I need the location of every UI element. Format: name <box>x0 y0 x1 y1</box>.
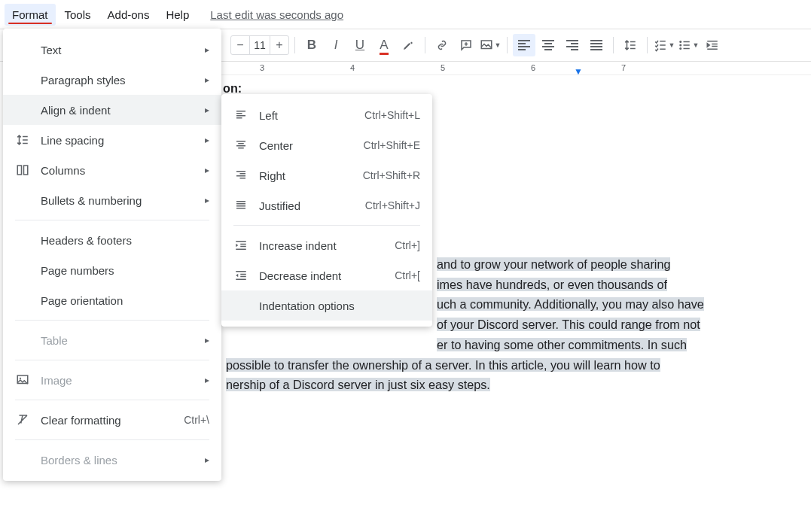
menu-label: Paragraph styles <box>41 74 194 87</box>
ruler-tick: 4 <box>350 63 355 72</box>
indent-inc-icon <box>233 239 248 252</box>
indent-dec-icon <box>233 269 248 282</box>
add-comment-button[interactable] <box>455 34 477 56</box>
align-right-icon <box>233 169 248 182</box>
menu-label: Right <box>259 169 352 182</box>
ruler-tick: 5 <box>441 63 445 72</box>
insert-link-button[interactable] <box>431 34 453 56</box>
highlight-button[interactable] <box>397 34 419 56</box>
menu-label: Text <box>41 44 194 56</box>
submenu-arrow-icon: ▸ <box>205 44 209 55</box>
format-item-paragraph-styles[interactable]: Paragraph styles▸ <box>3 65 221 95</box>
align-indent-submenu: LeftCtrl+Shift+LCenterCtrl+Shift+ERightC… <box>221 94 432 327</box>
font-size-stepper[interactable]: − + <box>230 35 289 55</box>
svg-rect-5 <box>24 166 28 175</box>
underline-button[interactable]: U <box>349 34 371 56</box>
submenu-arrow-icon: ▸ <box>205 375 209 385</box>
align-justify-button[interactable] <box>585 34 608 56</box>
menu-label: Page orientation <box>41 294 209 307</box>
align-justify-icon <box>590 40 602 50</box>
align-right-button[interactable] <box>561 34 584 56</box>
align-item-increase-indent[interactable]: Increase indentCtrl+] <box>221 230 432 260</box>
shortcut: Ctrl+Shift+J <box>365 199 420 211</box>
align-item-left[interactable]: LeftCtrl+Shift+L <box>221 100 432 130</box>
shortcut: Ctrl+Shift+R <box>363 169 420 181</box>
format-item-bullets-numbering[interactable]: Bullets & numbering▸ <box>3 185 221 215</box>
menu-label: Page numbers <box>41 264 209 277</box>
menu-label: Increase indent <box>259 239 384 252</box>
menu-label: Columns <box>41 164 194 177</box>
last-edit-link[interactable]: Last edit was seconds ago <box>210 8 343 21</box>
ruler-tick: 7 <box>621 63 626 72</box>
menu-label: Justified <box>259 199 355 212</box>
svg-point-1 <box>679 41 681 43</box>
checklist-button[interactable]: ▼ <box>653 34 675 56</box>
menu-help[interactable]: Help <box>158 4 197 26</box>
submenu-arrow-icon: ▸ <box>205 74 209 85</box>
text-color-button[interactable]: A <box>373 34 395 56</box>
format-squiggle <box>8 23 52 24</box>
font-size-input[interactable] <box>249 36 270 54</box>
format-item-headers-footers[interactable]: Headers & footers <box>3 225 221 255</box>
menubar: Format Tools Add-ons Help Last edit was … <box>0 0 811 29</box>
svg-point-3 <box>679 47 681 50</box>
align-item-indentation-options[interactable]: Indentation options <box>221 290 432 321</box>
menu-label: Indentation options <box>259 299 420 312</box>
menu-addons[interactable]: Add-ons <box>100 4 157 26</box>
format-dropdown: Text▸Paragraph styles▸Align & indent▸Lin… <box>3 29 221 481</box>
ruler-tick: 6 <box>531 63 535 72</box>
format-item-page-numbers[interactable]: Page numbers <box>3 255 221 285</box>
shortcut: Ctrl+] <box>395 239 420 251</box>
menu-tools[interactable]: Tools <box>57 4 99 26</box>
indent-dec-icon <box>706 38 719 52</box>
align-item-center[interactable]: CenterCtrl+Shift+E <box>221 130 432 160</box>
align-left-icon <box>233 108 248 122</box>
bold-button[interactable]: B <box>300 34 323 56</box>
indent-marker[interactable]: ▼ <box>574 66 583 77</box>
doc-line: uch a community. Additionally, you may a… <box>437 297 704 311</box>
font-size-increase[interactable]: + <box>270 38 288 52</box>
align-center-button[interactable] <box>537 34 559 56</box>
align-item-decrease-indent[interactable]: Decrease indentCtrl+[ <box>221 260 432 290</box>
align-center-icon <box>233 138 248 152</box>
doc-line: and to grow your network of people shari… <box>437 257 670 271</box>
format-item-page-orientation[interactable]: Page orientation <box>3 285 221 315</box>
align-left-button[interactable] <box>513 34 535 56</box>
svg-point-7 <box>20 378 21 379</box>
menu-label: Table <box>41 334 194 347</box>
columns-icon <box>15 163 30 177</box>
decrease-indent-toolbar[interactable] <box>701 34 724 56</box>
menu-label: Align & indent <box>41 104 194 117</box>
align-item-right[interactable]: RightCtrl+Shift+R <box>221 160 432 190</box>
menu-label: Line spacing <box>41 134 194 147</box>
linespace-icon <box>15 133 30 147</box>
image-icon <box>480 38 493 52</box>
menu-label: Bullets & numbering <box>41 194 194 207</box>
clearfmt-icon <box>15 413 30 427</box>
format-item-image: Image▸ <box>3 365 221 395</box>
menu-label: Headers & footers <box>41 234 209 247</box>
submenu-arrow-icon: ▸ <box>205 335 209 345</box>
format-item-align-indent[interactable]: Align & indent▸ <box>3 95 221 125</box>
format-item-line-spacing[interactable]: Line spacing▸ <box>3 125 221 155</box>
line-spacing-button[interactable] <box>619 34 642 56</box>
doc-line: imes have hundreds, or even thousands of <box>437 278 667 291</box>
align-left-icon <box>518 40 530 50</box>
submenu-arrow-icon: ▸ <box>205 454 209 465</box>
format-item-columns[interactable]: Columns▸ <box>3 155 221 185</box>
align-item-justified[interactable]: JustifiedCtrl+Shift+J <box>221 190 432 220</box>
italic-button[interactable]: I <box>325 34 347 56</box>
format-item-borders-lines: Borders & lines▸ <box>3 445 221 475</box>
font-size-decrease[interactable]: − <box>231 38 249 52</box>
highlighter-icon <box>401 38 415 52</box>
bulleted-list-button[interactable]: ▼ <box>677 34 700 56</box>
shortcut: Ctrl+Shift+L <box>364 109 420 121</box>
format-item-table: Table▸ <box>3 325 221 355</box>
submenu-arrow-icon: ▸ <box>205 165 209 175</box>
insert-image-button[interactable]: ▼ <box>479 34 502 56</box>
format-item-text[interactable]: Text▸ <box>3 35 221 65</box>
ruler-tick: 3 <box>260 63 264 72</box>
menu-label: Clear formatting <box>41 414 173 427</box>
menu-label: Center <box>259 139 353 152</box>
format-item-clear-formatting[interactable]: Clear formattingCtrl+\ <box>3 405 221 435</box>
